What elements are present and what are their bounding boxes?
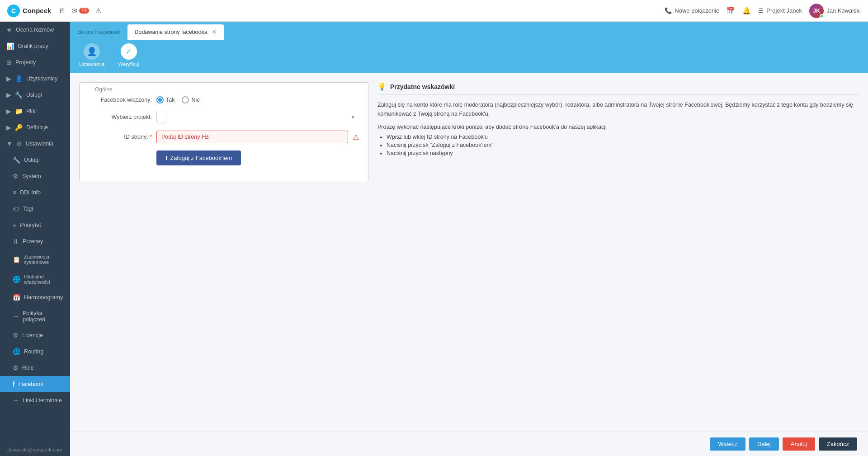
new-connection-btn[interactable]: 📞 Nowe połączenie	[665, 7, 719, 14]
list-icon: ☰	[758, 7, 764, 14]
sidebar-item-projekty[interactable]: ⊞ Projekty	[0, 54, 70, 71]
key-icon: 🔑	[15, 124, 23, 131]
sidebar-bottom-email: j.kowalski@conpeek.com	[0, 443, 70, 456]
sidebar-item-linki[interactable]: ↔ Linki i terminale	[0, 392, 70, 409]
facebook-icon: f	[13, 381, 15, 388]
wrench-icon: 🔧	[15, 91, 23, 99]
radio-no-btn[interactable]	[182, 96, 189, 103]
topnav-left: C Conpeek 🖥 ✉ 7/0 ⚠	[7, 5, 101, 17]
project-selector[interactable]: ☰ Projekt Janek	[758, 7, 802, 14]
input-error-icon: ⚠	[353, 133, 359, 141]
globalne-icon: 🌐	[13, 276, 20, 283]
btn-wstecz[interactable]: Wstecz	[710, 437, 745, 451]
wizard-step-weryfikuj-label: Weryfikuj	[118, 61, 139, 67]
facebook-enabled-label: Facebook włączony:	[89, 97, 152, 103]
harmonogramy-icon: 📅	[13, 294, 20, 301]
select-project-label: Wybierz projekt:	[89, 114, 152, 120]
sidebar-item-pliki[interactable]: ▶ 📁 Pliki	[0, 103, 70, 119]
btn-dalej[interactable]: Dalej	[749, 437, 779, 451]
sidebar-item-uzytkownicy[interactable]: ▶ 👤 Użytkownicy	[0, 71, 70, 87]
routing-icon: 🌐	[13, 348, 20, 355]
sidebar-item-ddi-info[interactable]: ≡ DDI Info	[0, 184, 70, 201]
footer-bar: Wstecz Dalej Anuluj Zakończ	[70, 432, 868, 456]
settings-icon: ⚙	[16, 140, 22, 147]
phone-icon: 📞	[665, 7, 672, 14]
sidebar-item-przerwy[interactable]: ⏸ Przerwy	[0, 233, 70, 249]
sidebar-item-polityka[interactable]: ↔ Polityka połączeń	[0, 306, 70, 327]
tab-strony-facebook[interactable]: Strony Facebook	[70, 24, 127, 40]
select-project-row: Wybierz projekt:	[89, 111, 359, 123]
logo[interactable]: C Conpeek	[7, 5, 51, 17]
page-id-input[interactable]	[156, 131, 348, 143]
folder-icon: 📁	[15, 108, 23, 115]
fieldset-general: Ogólne Facebook włączony: Tak Nie	[79, 82, 368, 182]
sidebar-item-zapowiedzi[interactable]: 📋 Zapowiedzisystemowe	[0, 249, 70, 269]
radio-group-enabled: Tak Nie	[156, 96, 200, 103]
tips-main-text: Zaloguj się na konto które ma rolę moder…	[377, 100, 859, 118]
sidebar-item-system[interactable]: ⚙ System	[0, 168, 70, 184]
zapowiedzi-icon: 📋	[13, 256, 20, 263]
chevron-right-icon4: ▶	[6, 124, 11, 131]
sidebar-item-uslugi[interactable]: ▶ 🔧 Usługi	[0, 87, 70, 103]
wizard-bar: 👤 Ustawienia ✓ Weryfikuj	[70, 40, 868, 73]
linki-icon: ↔	[13, 397, 19, 404]
user-icon: 👤	[15, 75, 23, 82]
tab-close-icon[interactable]: ✕	[212, 29, 217, 35]
chevron-right-icon2: ▶	[6, 91, 11, 99]
wrench-sub-icon: 🔧	[13, 156, 20, 164]
wizard-step-ustawienia-icon: 👤	[84, 43, 100, 60]
sidebar-item-globalne[interactable]: 🌐 Globalnewłaściwości	[0, 269, 70, 289]
star-icon: ★	[6, 26, 12, 33]
logo-icon: C	[7, 5, 20, 17]
bell-icon[interactable]: 🔔	[742, 7, 751, 15]
sidebar-item-grafik-pracy[interactable]: 📊 Grafik pracy	[0, 38, 70, 54]
radio-yes-option[interactable]: Tak	[156, 96, 175, 103]
lightbulb-icon: 💡	[377, 82, 387, 91]
sidebar-item-ocena-rozmow[interactable]: ★ Ocena rozmów	[0, 22, 70, 38]
page-id-row: ID strony: ⚠	[89, 131, 359, 143]
tips-section: 💡 Przydatne wskazówki Zaloguj się na kon…	[377, 82, 859, 423]
topnav: C Conpeek 🖥 ✉ 7/0 ⚠ 📞 Nowe połączenie 📅 …	[0, 0, 868, 22]
select-wrapper	[156, 111, 359, 123]
sidebar-item-priorytet[interactable]: ≡ Priorytet	[0, 217, 70, 233]
sidebar-item-definicje[interactable]: ▶ 🔑 Definicje	[0, 119, 70, 136]
tips-step-1: Wpisz lub wklej ID strony na Facebook'u	[387, 134, 859, 140]
role-icon: ⚙	[13, 364, 19, 371]
tab-bar: Strony Facebook Dodawanie strony faceboo…	[70, 22, 868, 40]
tips-step-3: Naciśnij przycisk następny	[387, 150, 859, 156]
tab-dodawanie-strony[interactable]: Dodawanie strony facebooka ✕	[127, 24, 224, 40]
sidebar-item-harmonogramy[interactable]: 📅 Harmonogramy	[0, 289, 70, 306]
sidebar: ★ Ocena rozmów 📊 Grafik pracy ⊞ Projekty…	[0, 22, 70, 456]
fieldset-legend: Ogólne	[92, 86, 359, 93]
login-facebook-button[interactable]: f Zaloguj z Facebook'iem	[156, 150, 241, 165]
form-section: Ogólne Facebook włączony: Tak Nie	[79, 82, 368, 423]
select-project[interactable]	[156, 111, 166, 123]
chevron-down-icon: ▼	[6, 140, 13, 147]
sidebar-item-licencje[interactable]: ⚙ Licencje	[0, 327, 70, 343]
warning-icon[interactable]: ⚠	[95, 7, 101, 15]
calendar-icon[interactable]: 📅	[726, 7, 735, 15]
user-menu[interactable]: JK Jan Kowalski	[809, 4, 861, 18]
sidebar-item-tagi[interactable]: 🏷 Tagi	[0, 201, 70, 217]
wizard-step-weryfikuj-icon: ✓	[121, 43, 137, 60]
email-icon[interactable]: ✉ 7/0	[71, 7, 89, 15]
sidebar-item-ustawienia[interactable]: ▼ ⚙ Ustawienia	[0, 136, 70, 152]
email-badge: 7/0	[79, 8, 89, 14]
monitor-icon[interactable]: 🖥	[58, 7, 65, 14]
radio-yes-btn[interactable]	[156, 96, 164, 103]
content-area: Strony Facebook Dodawanie strony faceboo…	[70, 22, 868, 456]
btn-zakoncz[interactable]: Zakończ	[819, 437, 857, 451]
page-id-label: ID strony:	[89, 134, 152, 140]
polityka-icon: ↔	[13, 313, 19, 320]
sidebar-item-facebook[interactable]: f Facebook	[0, 376, 70, 392]
sidebar-item-routing[interactable]: 🌐 Routing	[0, 343, 70, 360]
radio-no-option[interactable]: Nie	[182, 96, 200, 103]
btn-anuluj[interactable]: Anuluj	[783, 437, 815, 451]
wizard-step-ustawienia[interactable]: 👤 Ustawienia	[79, 43, 104, 67]
sidebar-item-role[interactable]: ⚙ Role	[0, 360, 70, 376]
priorytet-icon: ≡	[13, 221, 16, 229]
sidebar-item-uslugi-sub[interactable]: 🔧 Usługi	[0, 152, 70, 168]
tips-list: Wpisz lub wklej ID strony na Facebook'u …	[377, 134, 859, 156]
grid-icon: ⊞	[6, 59, 12, 66]
wizard-step-weryfikuj[interactable]: ✓ Weryfikuj	[118, 43, 139, 67]
